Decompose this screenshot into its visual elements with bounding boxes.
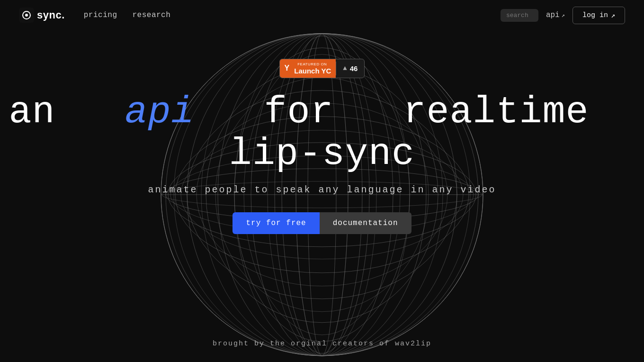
hero-word-realtime: realtime — [403, 90, 589, 134]
footer-text: brought by the orginal creators of wav2l… — [213, 340, 431, 348]
hero-word-an: an — [9, 90, 55, 134]
yc-badge-right: ▲ 46 — [336, 62, 364, 75]
hero-word-api: api — [125, 90, 194, 134]
sync-logo-icon — [19, 8, 34, 23]
logo-label: sync. — [37, 9, 65, 21]
login-label: log in — [582, 11, 608, 19]
login-arrow-icon: ↗ — [611, 11, 615, 20]
nav-api-link[interactable]: api ↗ — [546, 11, 565, 19]
hero-word-lipsync: lip-sync — [229, 132, 415, 175]
try-for-free-button[interactable]: try for free — [233, 212, 319, 234]
api-label: api — [546, 11, 560, 19]
logo[interactable]: sync. — [19, 8, 65, 23]
nav-research-link[interactable]: research — [132, 11, 170, 19]
main-content: Y FEATURED ON Launch YC ▲ 46 an api for … — [0, 59, 644, 234]
hero-buttons: try for free documentation — [233, 212, 411, 234]
nav-pricing-link[interactable]: pricing — [84, 11, 117, 19]
yc-featured-text: FEATURED ON — [293, 62, 331, 67]
nav-right: api ↗ log in ↗ — [501, 7, 625, 24]
navbar: sync. pricing research api ↗ log in ↗ — [0, 0, 644, 30]
svg-point-29 — [25, 14, 28, 17]
hero-word-for: for — [264, 90, 333, 134]
yc-badge[interactable]: Y FEATURED ON Launch YC ▲ 46 — [279, 59, 365, 78]
yc-count: 46 — [350, 64, 358, 72]
yc-y-logo: Y — [285, 64, 290, 72]
search-input[interactable] — [501, 9, 538, 22]
yc-launch-name: Launch YC — [294, 67, 331, 75]
yc-badge-text-block: FEATURED ON Launch YC — [293, 62, 331, 75]
nav-left: sync. pricing research — [19, 8, 170, 23]
yc-badge-left: Y FEATURED ON Launch YC — [280, 59, 336, 78]
hero-title: an api for realtime lip-sync — [0, 91, 644, 175]
login-button[interactable]: log in ↗ — [572, 7, 625, 24]
hero-subtitle: animate people to speak any language in … — [148, 184, 496, 195]
api-arrow-icon: ↗ — [562, 12, 565, 19]
documentation-button[interactable]: documentation — [320, 212, 411, 234]
nav-links: pricing research — [84, 11, 171, 19]
yc-upvote-icon: ▲ — [343, 64, 347, 72]
